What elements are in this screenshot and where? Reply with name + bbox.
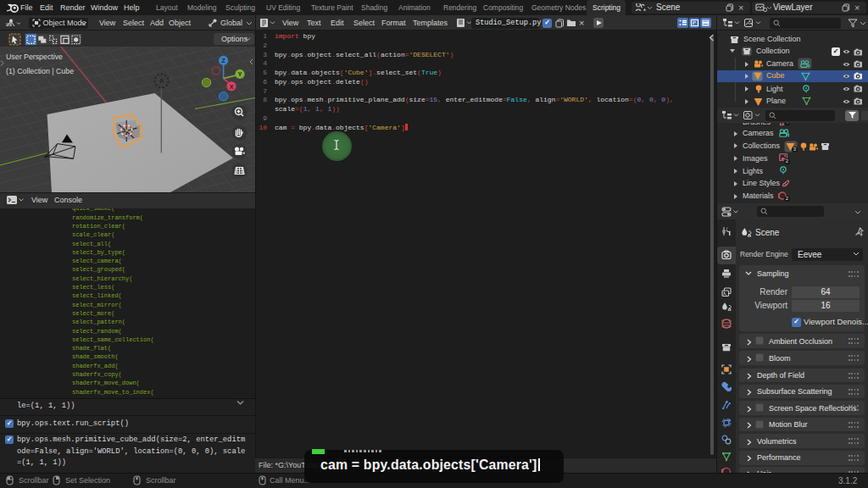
svg-text:Z: Z — [221, 57, 225, 64]
svg-text:Y: Y — [237, 70, 242, 78]
svg-text:(1) Collection | Cube: (1) Collection | Cube — [6, 67, 74, 75]
svg-text:User Perspective: User Perspective — [6, 53, 63, 61]
svg-text:Options: Options — [221, 35, 248, 43]
svg-text:X: X — [229, 83, 233, 91]
